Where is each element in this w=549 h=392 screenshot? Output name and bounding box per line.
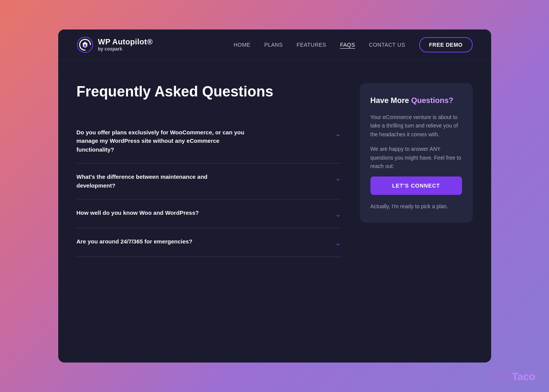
faq-question-text-2: What's the difference between maintenanc…: [77, 173, 245, 190]
faq-title: Frequently Asked Questions: [77, 83, 341, 101]
navbar: WP Autopilot® by cospark HOME PLANS FEAT…: [58, 29, 491, 60]
faq-question-text-1: Do you offer plans exclusively for WooCo…: [77, 128, 245, 154]
faq-question-4[interactable]: Are you around 24/7/365 for emergencies?…: [77, 237, 341, 247]
faq-question-3[interactable]: How well do you know Woo and WordPress? …: [77, 209, 341, 219]
logo-area: WP Autopilot® by cospark: [77, 36, 153, 53]
faq-item-2: What's the difference between maintenanc…: [77, 163, 341, 199]
main-content: Frequently Asked Questions Do you offer …: [58, 60, 491, 363]
watermark: FiveTaco: [491, 371, 535, 383]
free-demo-button[interactable]: FREE DEMO: [419, 37, 473, 52]
logo-icon: [77, 36, 93, 53]
browser-window: WP Autopilot® by cospark HOME PLANS FEAT…: [58, 29, 491, 363]
faq-item-1: Do you offer plans exclusively for WooCo…: [77, 119, 341, 164]
chevron-down-icon-2: ⌄: [335, 173, 341, 183]
nav-features[interactable]: FEATURES: [297, 42, 326, 48]
chevron-down-icon-4: ⌄: [335, 238, 341, 247]
faq-question-text-4: Are you around 24/7/365 for emergencies?: [77, 237, 193, 246]
chevron-down-icon-1: ⌄: [335, 129, 341, 138]
nav-links: HOME PLANS FEATURES FAQS CONTACT US FREE…: [234, 37, 473, 52]
logo-text: WP Autopilot® by cospark: [98, 38, 153, 52]
logo-main-text: WP Autopilot®: [98, 38, 153, 46]
nav-plans[interactable]: PLANS: [264, 42, 283, 48]
faq-question-1[interactable]: Do you offer plans exclusively for WooCo…: [77, 128, 341, 154]
card-title-highlight: Questions?: [411, 96, 453, 105]
faq-item-4: Are you around 24/7/365 for emergencies?…: [77, 228, 341, 257]
card-text-2: We are happy to answer ANY questions you…: [370, 145, 462, 170]
sidebar-card: Have More Questions? Your eCommerce vent…: [360, 83, 473, 223]
faq-question-2[interactable]: What's the difference between maintenanc…: [77, 173, 341, 190]
nav-home[interactable]: HOME: [234, 42, 251, 48]
card-footer-text: Actually, I'm ready to pick a plan.: [370, 203, 462, 211]
nav-faqs[interactable]: FAQS: [340, 42, 355, 48]
card-text-1: Your eCommerce venture is about to take …: [370, 113, 462, 139]
nav-contact[interactable]: CONTACT US: [369, 42, 405, 48]
chevron-down-icon-3: ⌄: [335, 209, 341, 219]
logo-sub-text: by cospark: [98, 46, 153, 52]
faq-item-3: How well do you know Woo and WordPress? …: [77, 199, 341, 228]
card-title: Have More Questions?: [370, 95, 462, 105]
faq-section: Frequently Asked Questions Do you offer …: [77, 83, 341, 347]
faq-question-text-3: How well do you know Woo and WordPress?: [77, 209, 199, 217]
lets-connect-button[interactable]: LET'S CONNECT: [370, 176, 462, 195]
